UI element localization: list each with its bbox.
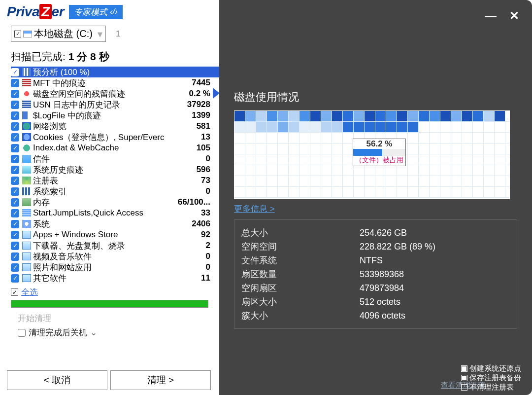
option-checkbox[interactable] (461, 384, 467, 391)
item-icon (22, 101, 31, 108)
item-value: 66/100... (178, 197, 210, 207)
info-value: 533989368 (360, 267, 404, 281)
disk-icon (23, 31, 32, 37)
info-row: 簇大小4096 octets (241, 309, 510, 323)
item-checkbox[interactable]: ✓ (11, 242, 19, 250)
item-value: 7445 (192, 78, 210, 88)
scan-item[interactable]: ✓ Apps + Windows Store 92 (11, 229, 219, 240)
clean-button[interactable]: 清理 > (110, 370, 211, 390)
scan-item[interactable]: ✓ Cookies（登录信息）, Super/Everc 13 (11, 132, 219, 143)
item-icon (22, 187, 31, 195)
item-checkbox[interactable]: ✓ (11, 101, 19, 109)
item-checkbox[interactable]: ✓ (11, 144, 19, 152)
mode-badge[interactable]: 专家模式‹/› (69, 5, 123, 19)
scan-item[interactable]: ✓ 下载器、光盘复制、烧录 2 (11, 240, 219, 251)
item-icon (22, 79, 31, 87)
close-button[interactable]: ✕ (509, 9, 519, 23)
scan-item[interactable]: ✓ Start,JumpLists,Quick Access 33 (11, 208, 219, 218)
scan-status: 扫描已完成: 1 分 8 秒 (11, 50, 208, 64)
info-key: 扇区数量 (241, 267, 360, 281)
footer-option[interactable]: 保存注册表备份 (461, 373, 521, 383)
cancel-button[interactable]: < 取消 (7, 370, 107, 390)
scan-item[interactable]: ✓ Index.dat & WebCache 105 (11, 143, 219, 153)
item-checkbox[interactable]: ✓ (11, 166, 19, 174)
info-value: 4096 octets (360, 309, 405, 323)
item-value: 0 (206, 251, 210, 261)
item-checkbox[interactable]: ✓ (11, 209, 19, 217)
scan-item[interactable]: ✓ 系统历史痕迹 596 (11, 164, 219, 175)
footer-option[interactable]: 创建系统还原点 (461, 364, 521, 373)
item-checkbox[interactable]: ✓ (11, 111, 19, 120)
select-all-link[interactable]: 全选 (21, 287, 38, 298)
scan-item[interactable]: ✓ 内存 66/100... (11, 197, 219, 208)
item-label: $LogFile 中的痕迹 (33, 110, 192, 121)
item-label: 注册表 (33, 175, 201, 186)
item-label: MFT 中的痕迹 (33, 77, 192, 89)
option-checkbox[interactable] (461, 375, 467, 381)
scan-item[interactable]: ✓ 网络浏览 581 (11, 121, 219, 132)
select-all-checkbox[interactable]: ✓ (11, 288, 18, 296)
item-value: 0 (206, 154, 210, 164)
info-key: 簇大小 (241, 309, 360, 323)
scan-item[interactable]: ✓ MFT 中的痕迹 7445 (11, 77, 219, 88)
info-key: 总大小 (241, 226, 360, 240)
scan-item[interactable]: ✓ 视频及音乐软件 0 (11, 251, 219, 262)
info-row: 扇区大小512 octets (241, 295, 510, 309)
chevron-down-icon[interactable]: ⌄ (90, 327, 97, 338)
info-key: 扇区大小 (241, 295, 360, 309)
option-checkbox[interactable] (461, 365, 467, 372)
item-checkbox[interactable]: ✓ (11, 198, 19, 207)
item-value: 73 (201, 176, 210, 185)
info-row: 扇区数量533989368 (241, 267, 510, 281)
item-value: 0 (206, 262, 210, 272)
item-checkbox[interactable]: ✓ (11, 90, 19, 98)
scan-item[interactable]: ✓ 其它软件 11 (11, 273, 219, 284)
item-checkbox[interactable]: ✓ (11, 68, 19, 76)
scan-item[interactable]: ✓ $LogFile 中的痕迹 1399 (11, 110, 219, 121)
item-checkbox[interactable]: ✓ (11, 274, 19, 283)
item-value: 1399 (192, 110, 210, 120)
item-checkbox[interactable]: ✓ (11, 220, 19, 228)
scan-item[interactable]: ✓ 磁盘空闲空间的残留痕迹 0.2 % (11, 88, 219, 99)
scan-item[interactable]: ✓ 注册表 73 (11, 175, 219, 186)
item-icon (22, 122, 31, 130)
chevron-down-icon: ▾ (98, 28, 102, 40)
item-checkbox[interactable]: ✓ (11, 252, 19, 261)
info-row: 空闲空间228.822 GB (89 %) (241, 240, 510, 253)
item-icon (22, 155, 31, 163)
item-value: 0.2 % (189, 89, 210, 99)
scan-item[interactable]: ✓ USN 日志中的历史记录 37928 (11, 99, 219, 110)
selection-arrow (213, 88, 220, 99)
info-value: 479873984 (360, 281, 404, 295)
footer-option[interactable]: 不清理注册表 (461, 383, 521, 392)
disk-usage-title: 磁盘使用情况 (234, 90, 532, 105)
item-checkbox[interactable]: ✓ (11, 177, 19, 185)
disk-checkbox[interactable]: ✓ (14, 31, 21, 37)
scan-item[interactable]: ✓ 照片和网站应用 0 (11, 262, 219, 273)
item-checkbox[interactable]: ✓ (11, 155, 19, 163)
shutdown-checkbox[interactable] (18, 329, 26, 337)
item-value: 2 (206, 241, 210, 251)
disk-selector[interactable]: ✓ 本地磁盘 (C:) ▾ (11, 26, 106, 42)
scan-item[interactable]: ✓ 预分析 (100 %) (11, 67, 219, 77)
option-label: 不清理注册表 (469, 383, 514, 392)
item-label: 其它软件 (33, 273, 201, 284)
item-checkbox[interactable]: ✓ (11, 231, 19, 239)
item-label: 下载器、光盘复制、烧录 (33, 240, 206, 251)
scan-items-list: ✓ 预分析 (100 %) ✓ MFT 中的痕迹 7445✓ 磁盘空闲空间的残留… (11, 67, 219, 284)
item-value: 37928 (187, 100, 210, 109)
scan-item[interactable]: ✓ 系统索引 0 (11, 186, 219, 197)
item-label: 内存 (33, 197, 178, 208)
item-checkbox[interactable]: ✓ (11, 263, 19, 272)
item-checkbox[interactable]: ✓ (11, 79, 19, 87)
minimize-button[interactable]: — (485, 9, 497, 23)
more-info-link[interactable]: 更多信息 > (234, 203, 532, 215)
scan-item[interactable]: ✓ 信件 0 (11, 153, 219, 164)
item-value: 581 (197, 121, 210, 131)
shutdown-label: 清理完成后关机 (29, 327, 87, 338)
item-checkbox[interactable]: ✓ (11, 187, 19, 196)
item-checkbox[interactable]: ✓ (11, 122, 19, 131)
scan-item[interactable]: ✓ 系统 2406 (11, 218, 219, 229)
item-label: 照片和网站应用 (33, 262, 206, 273)
item-checkbox[interactable]: ✓ (11, 133, 19, 142)
